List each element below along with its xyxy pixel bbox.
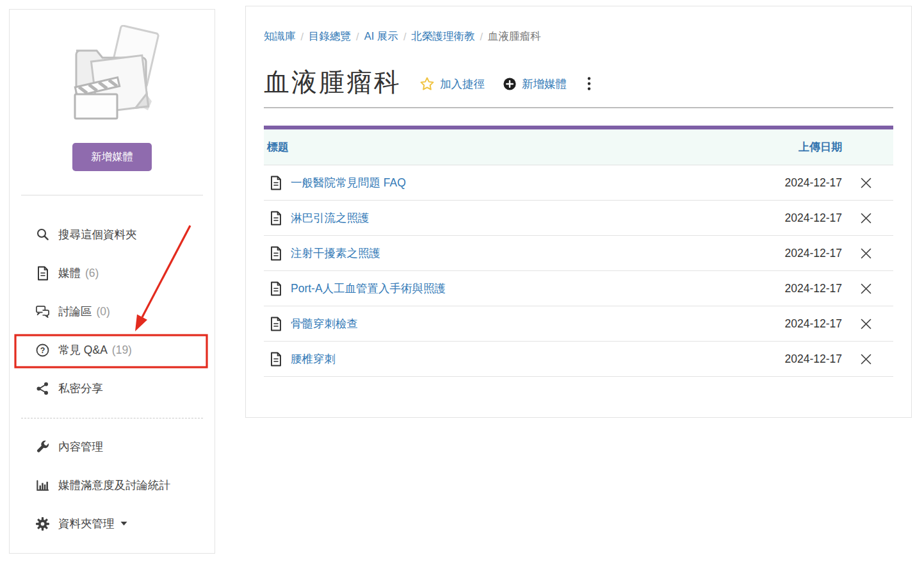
upload-date: 2024-12-17: [772, 352, 842, 366]
page-title: 血液腫瘤科: [264, 67, 401, 97]
sidebar-item-label: 常見 Q&A: [58, 342, 108, 358]
delete-row-button[interactable]: [857, 280, 874, 297]
delete-row-button[interactable]: [857, 245, 874, 261]
close-icon: [859, 247, 873, 260]
sidebar-item-label: 搜尋這個資料夾: [58, 227, 137, 242]
add-media-button[interactable]: 新增媒體: [72, 143, 152, 171]
upload-date: 2024-12-17: [772, 176, 842, 190]
sidebar-item-label: 討論區: [58, 304, 92, 319]
breadcrumb-separator: /: [301, 31, 304, 43]
sidebar-divider: [21, 195, 203, 195]
star-icon: [419, 76, 435, 92]
document-icon: [270, 211, 282, 226]
breadcrumb-link[interactable]: AI 展示: [364, 29, 398, 44]
add-shortcut-button[interactable]: 加入捷徑: [419, 76, 485, 92]
sidebar-item-label: 資料夾管理: [58, 516, 115, 531]
sidebar-admin-menu: 內容管理 媒體滿意度及討論統計 資料夾管理: [10, 427, 215, 543]
title-divider: [264, 107, 893, 108]
sidebar-item[interactable]: 搜尋這個資料夾: [10, 215, 215, 254]
sidebar-item-count: (0): [97, 305, 110, 319]
breadcrumb-link[interactable]: 目錄總覽: [309, 29, 351, 44]
column-header-title[interactable]: 標題: [267, 140, 772, 154]
table-body: 一般醫院常見問題 FAQ 2024-12-17: [264, 165, 893, 377]
breadcrumb-separator: /: [356, 31, 359, 43]
title-row: 血液腫瘤科 加入捷徑 新增媒體: [264, 67, 893, 97]
breadcrumb-current: 血液腫瘤科: [488, 29, 541, 44]
media-title-link[interactable]: 腰椎穿刺: [291, 351, 772, 367]
search-icon: [35, 228, 50, 242]
close-icon: [859, 282, 873, 295]
sidebar: 新增媒體 搜尋這個資料夾 媒體 (6) 討論區 (0) ?: [9, 9, 215, 554]
media-title-link[interactable]: 淋巴引流之照護: [291, 210, 772, 226]
table-row: Port-A人工血管置入手術與照護 2024-12-17: [264, 271, 893, 306]
sidebar-item-count: (6): [85, 267, 99, 280]
share-icon: [35, 381, 50, 396]
document-icon: [35, 266, 50, 281]
table-row: 骨髓穿刺檢查 2024-12-17: [264, 306, 893, 342]
media-title-link[interactable]: Port-A人工血管置入手術與照護: [291, 281, 772, 296]
upload-date: 2024-12-17: [772, 211, 842, 225]
sidebar-item-count: (19): [112, 343, 132, 357]
document-icon: [270, 317, 282, 331]
upload-date: 2024-12-17: [772, 317, 842, 331]
breadcrumb-link[interactable]: 北榮護理衛教: [411, 29, 474, 44]
table-row: 淋巴引流之照護 2024-12-17: [264, 201, 893, 236]
delete-row-button[interactable]: [857, 315, 874, 332]
main-panel: 知識庫 / 目錄總覽 / AI 展示 / 北榮護理衛教 / 血液腫瘤科: [245, 6, 912, 418]
document-icon: [270, 246, 282, 261]
sidebar-item[interactable]: ? 常見 Q&A (19): [10, 331, 215, 369]
media-title-link[interactable]: 一般醫院常見問題 FAQ: [291, 175, 772, 190]
table-row: 一般醫院常見問題 FAQ 2024-12-17: [264, 165, 893, 201]
sidebar-item-label: 私密分享: [58, 381, 103, 396]
more-options-button[interactable]: [583, 75, 595, 93]
svg-text:?: ?: [40, 346, 45, 355]
sidebar-menu: 搜尋這個資料夾 媒體 (6) 討論區 (0) ? 常見 Q&A (19): [10, 215, 215, 408]
breadcrumb-separator: /: [480, 31, 483, 43]
sidebar-item-label: 媒體滿意度及討論統計: [58, 477, 170, 493]
sidebar-item[interactable]: 資料夾管理: [10, 504, 215, 543]
breadcrumb-link[interactable]: 知識庫: [264, 29, 296, 44]
add-media-label: 新增媒體: [522, 76, 567, 92]
document-icon: [270, 281, 282, 296]
add-shortcut-label: 加入捷徑: [440, 76, 485, 92]
delete-row-button[interactable]: [857, 351, 874, 367]
sidebar-item[interactable]: 媒體滿意度及討論統計: [10, 466, 215, 504]
close-icon: [859, 317, 873, 331]
close-icon: [859, 352, 873, 366]
wrench-icon: [35, 440, 50, 454]
breadcrumb-separator: /: [403, 31, 407, 43]
add-media-link[interactable]: 新增媒體: [503, 76, 567, 92]
question-icon: ?: [35, 343, 50, 358]
caret-down-icon: [120, 521, 127, 526]
sidebar-item[interactable]: 私密分享: [10, 369, 215, 408]
sidebar-item[interactable]: 媒體 (6): [10, 254, 215, 292]
close-icon: [859, 176, 873, 190]
sidebar-item-label: 內容管理: [58, 439, 103, 454]
sidebar-item-label: 媒體: [58, 265, 81, 281]
column-header-upload-date[interactable]: 上傳日期: [772, 140, 842, 154]
delete-row-button[interactable]: [857, 210, 874, 226]
media-title-link[interactable]: 注射干擾素之照護: [291, 245, 772, 261]
close-icon: [859, 211, 873, 225]
delete-row-button[interactable]: [857, 174, 874, 191]
media-title-link[interactable]: 骨髓穿刺檢查: [291, 316, 772, 331]
media-table: 標題 上傳日期 一般醫院常見問題 FAQ 2024-12-17: [264, 126, 893, 377]
document-icon: [270, 352, 282, 367]
table-row: 注射干擾素之照護 2024-12-17: [264, 236, 893, 271]
chart-icon: [35, 478, 50, 493]
document-icon: [270, 176, 282, 190]
breadcrumb: 知識庫 / 目錄總覽 / AI 展示 / 北榮護理衛教 / 血液腫瘤科: [264, 29, 893, 44]
upload-date: 2024-12-17: [772, 282, 842, 295]
media-folder-image: [57, 25, 167, 122]
plus-circle-icon: [503, 77, 517, 91]
gear-icon: [35, 517, 50, 531]
sidebar-dashed-divider: [21, 418, 203, 418]
sidebar-item[interactable]: 內容管理: [10, 427, 215, 466]
upload-date: 2024-12-17: [772, 247, 842, 260]
sidebar-item[interactable]: 討論區 (0): [10, 292, 215, 331]
kebab-menu-icon: [587, 76, 591, 92]
chat-icon: [35, 304, 50, 319]
table-row: 腰椎穿刺 2024-12-17: [264, 342, 893, 377]
table-header: 標題 上傳日期: [264, 129, 893, 165]
